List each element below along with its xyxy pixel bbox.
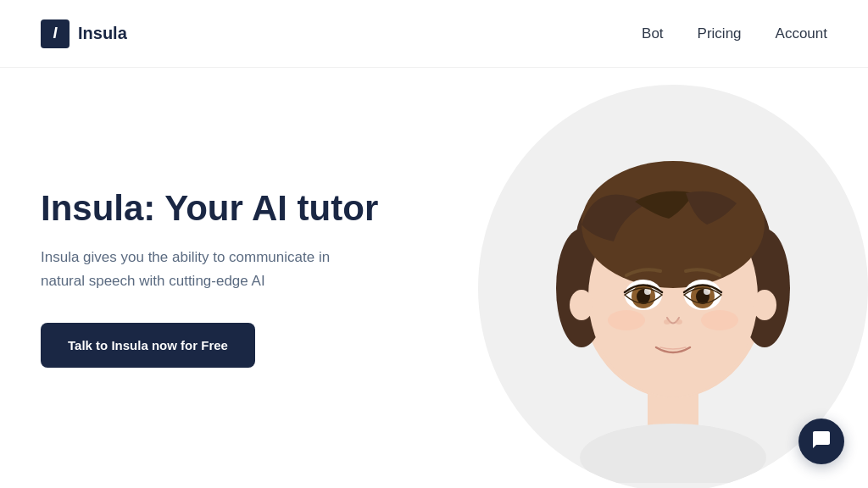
nav-item-pricing[interactable]: Pricing [698,25,742,42]
logo[interactable]: I Insula [41,19,127,48]
header: I Insula Bot Pricing Account [0,0,868,68]
hero-title: Insula: Your AI tutor [41,188,448,229]
svg-point-19 [701,310,738,330]
svg-point-16 [664,319,670,324]
svg-point-17 [676,319,682,324]
svg-point-21 [753,290,776,320]
cta-button[interactable]: Talk to Insula now for Free [41,323,255,368]
main-content: Insula: Your AI tutor Insula gives you t… [0,68,868,488]
nav-item-account[interactable]: Account [776,25,827,42]
chat-fab-button[interactable] [798,419,844,464]
hero-content: Insula: Your AI tutor Insula gives you t… [41,188,448,368]
navbar: Bot Pricing Account [642,25,827,42]
svg-point-1 [580,424,766,483]
chat-icon [811,430,832,453]
hero-subtitle: Insula gives you the ability to communic… [41,246,371,291]
svg-point-20 [570,290,593,320]
logo-icon: I [41,19,70,48]
svg-point-18 [608,310,645,330]
logo-text: Insula [78,24,127,43]
nav-item-bot[interactable]: Bot [642,25,664,42]
